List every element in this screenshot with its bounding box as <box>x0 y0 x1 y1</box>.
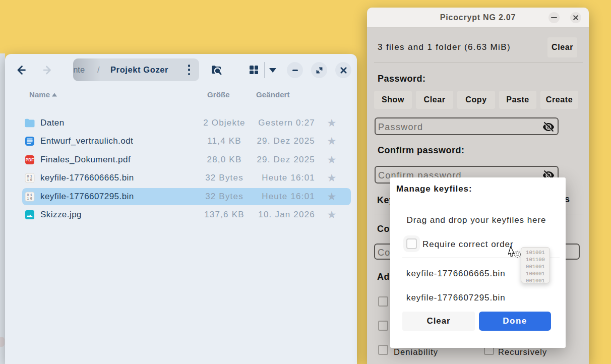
svg-text:0: 0 <box>30 197 32 201</box>
svg-text:0: 0 <box>30 178 32 182</box>
svg-text:1: 1 <box>27 197 29 201</box>
svg-text:PDF: PDF <box>26 158 34 162</box>
svg-text:1: 1 <box>27 178 29 182</box>
